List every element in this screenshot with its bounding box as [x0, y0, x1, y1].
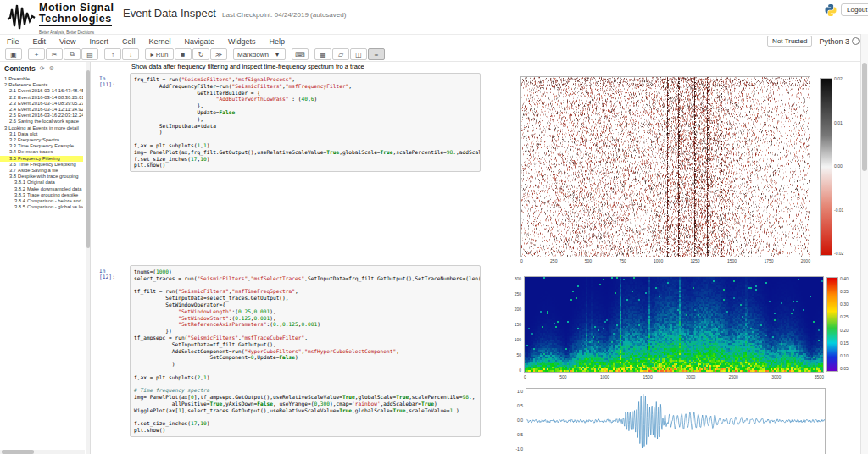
save-icon[interactable]: ▣ [5, 48, 22, 60]
cell-toolbar-icon[interactable]: ▦ [314, 48, 331, 60]
sidebar-hscrollbar [0, 450, 85, 454]
toc-header: Contents ⟳ ⚙ [4, 64, 54, 73]
add-cell-icon[interactable]: + [28, 48, 45, 60]
tick-label: 1.0 [517, 389, 523, 394]
kernel-idle-icon [852, 37, 860, 45]
tick-label: -0.5 [515, 432, 523, 437]
panel-plot-colorbar [820, 78, 832, 256]
input-prompt: In [11]: [99, 75, 115, 87]
table-of-contents-icon[interactable]: ≡ [368, 48, 385, 60]
toc-item-3.5[interactable]: 3.5Frequency Filtering [0, 156, 83, 162]
toc-list: 1Preamble2Reference Events2.1Event 2016-… [0, 76, 83, 210]
toc-item-2.5[interactable]: 2.5Event 2016-03-16 22:03:12.240000 [0, 113, 83, 119]
hide-input-icon[interactable]: ◫ [350, 48, 367, 60]
command-palette-icon[interactable]: ⌨ [292, 48, 309, 60]
copy-icon[interactable]: ⧉ [64, 48, 81, 60]
toc-item-3.8.2[interactable]: 3.8.2Make downsampled data [0, 186, 83, 192]
toc-item-3.8.5[interactable]: 3.8.5Comparison - global vs loc [0, 204, 83, 210]
cut-icon[interactable]: ✂ [46, 48, 63, 60]
spectrogram-yticks: 300250200150100500 [506, 276, 521, 373]
menu-view[interactable]: View [53, 37, 82, 46]
toc-item-3.3[interactable]: 3.3Time Frequency Example [0, 143, 83, 149]
toc-item-3.8[interactable]: 3.8Despike with trace grouping [0, 174, 83, 180]
wiggle-plot-yticks: 1.00.50.0-0.5-1.0 [509, 389, 523, 451]
toc-refresh-icon[interactable]: ⟳ [40, 65, 45, 72]
sidebar-hscrollbar-thumb[interactable] [2, 450, 34, 454]
tick-label: 200 [515, 307, 521, 312]
tick-label: 2000 [686, 374, 695, 379]
move-down-icon[interactable]: ↓ [122, 48, 139, 60]
toc-item-3.4[interactable]: 3.4De-mean traces [0, 149, 83, 155]
menu-widgets[interactable]: Widgets [221, 37, 263, 46]
tick-label: 1250 [691, 258, 700, 263]
paste-icon[interactable]: ▤ [81, 48, 98, 60]
python-logo-icon [824, 3, 837, 17]
toc-item-3.2[interactable]: 3.2Frequency Spectra [0, 137, 83, 143]
toc-item-2.4[interactable]: 2.4Event 2016-03-14 12:11:34.920 [0, 107, 83, 113]
wiggle-plot-output [526, 388, 826, 454]
toc-item-3[interactable]: 3Looking at Events in more detail [0, 125, 83, 131]
checkpoint-text: Last Checkpoint: 04/24/2019 [222, 11, 309, 19]
snippets-icon[interactable]: ▱ [332, 48, 349, 60]
menu-edit[interactable]: Edit [26, 37, 53, 46]
menu-help[interactable]: Help [262, 37, 292, 46]
toc-settings-icon[interactable]: ⚙ [49, 65, 54, 72]
toc-item-2.3[interactable]: 2.3Event 2016-03-14 08:39:05.230 [0, 101, 83, 107]
panel-plot-xticks: 025050075010001250150017502000 [520, 258, 810, 263]
tick-label: 500 [559, 374, 566, 379]
menu-navigate[interactable]: Navigate [177, 37, 221, 46]
run-button[interactable]: ▸ Run [145, 48, 174, 60]
tick-label: 0.30 [840, 302, 849, 307]
sidebar-scrollbar [86, 62, 90, 454]
sidebar-scrollbar-thumb[interactable] [86, 70, 90, 248]
panel-plot-output [520, 76, 810, 257]
tick-label: 3500 [815, 374, 824, 379]
logout-button[interactable]: Logout [841, 3, 868, 16]
toc-item-3.6[interactable]: 3.6Time Frequency Despiking [0, 162, 83, 168]
notebook-area: Show data after frequency filtering and … [91, 62, 861, 454]
spectrogram-output [524, 276, 824, 373]
toc-item-3.8.3[interactable]: 3.8.3Trace grouping despike [0, 192, 83, 198]
menu-file[interactable]: File [0, 37, 26, 46]
toolbar: ▣+✂⧉▤↑↓▸ Run■↻≫Markdown▾⌨▦▱◫≡ [0, 47, 868, 62]
restart-kernel-icon[interactable]: ↻ [192, 48, 209, 60]
tick-label: 300 [515, 276, 521, 281]
menu-cell[interactable]: Cell [115, 37, 142, 46]
menu-kernel[interactable]: Kernel [142, 37, 177, 46]
menu-insert[interactable]: Insert [82, 37, 115, 46]
seismogram-trace [526, 394, 825, 448]
not-trusted-badge[interactable]: Not Trusted [767, 36, 812, 47]
toc-item-3.8.4[interactable]: 3.8.4Comparison - before and a [0, 198, 83, 204]
tick-label: 0.15 [840, 340, 849, 346]
code-editor[interactable]: frq_filt = run("SeismicFilters","msfSign… [130, 73, 481, 172]
menubar-items: FileEditViewInsertCellKernelNavigateWidg… [0, 37, 292, 46]
tick-label: -0.01 [834, 208, 843, 213]
toc-item-1[interactable]: 1Preamble [0, 76, 83, 82]
kernel-name: Python 3 [819, 37, 860, 46]
toc-item-3.8.1[interactable]: 3.8.1Original data [0, 180, 83, 185]
move-up-icon[interactable]: ↑ [104, 48, 121, 60]
menubar: FileEditViewInsertCellKernelNavigateWidg… [0, 35, 868, 47]
tick-label: 750 [619, 258, 626, 263]
toc-item-2.1[interactable]: 2.1Event 2016-03-14 16:47:48.450 [0, 88, 83, 94]
tick-label: 1500 [643, 374, 653, 379]
stop-icon[interactable]: ■ [175, 48, 192, 60]
tick-label: 500 [585, 258, 592, 263]
cell-type-select[interactable]: Markdown▾ [233, 48, 286, 60]
tick-label: 0 [520, 258, 523, 263]
markdown-intro-text[interactable]: Show data after frequency filtering and … [131, 63, 364, 70]
toc-item-2.2[interactable]: 2.2Event 2016-03-14 08:36:26.610 [0, 95, 83, 101]
notebook-title[interactable]: Event Data Inspect [123, 7, 216, 19]
restart-run-all-icon[interactable]: ≫ [210, 48, 227, 60]
toc-sidebar: Contents ⟳ ⚙ 1Preamble2Reference Events2… [0, 62, 91, 454]
toc-item-2.6[interactable]: 2.6Saving the local work space [0, 119, 83, 125]
kernel-label: Python 3 [819, 37, 849, 46]
tick-label: 1750 [764, 258, 773, 263]
toc-item-2[interactable]: 2Reference Events [0, 82, 83, 88]
code-editor[interactable]: tnums=(1000) select_traces = run("Seismi… [130, 265, 481, 437]
toc-item-3.1[interactable]: 3.1Data plot [0, 131, 83, 137]
tick-label: 0.0 [517, 418, 523, 423]
window-scrollbar-thumb[interactable] [862, 63, 867, 171]
toc-item-3.7[interactable]: 3.7Aside Saving a file [0, 168, 83, 174]
spectrogram-xticks: 0500100015002000250030003500 [524, 374, 824, 379]
